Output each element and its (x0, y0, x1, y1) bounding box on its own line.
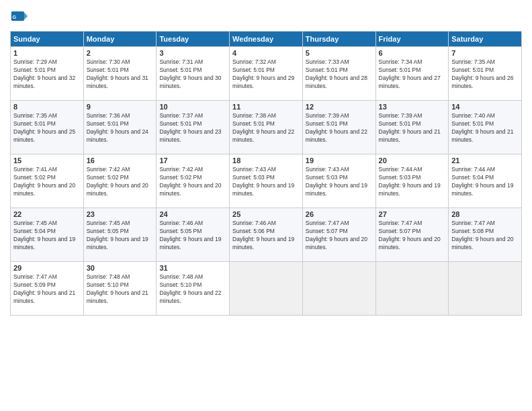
cell-info: Sunrise: 7:38 AMSunset: 5:01 PMDaylight:… (232, 112, 300, 144)
logo-icon: G (10, 7, 29, 26)
cell-info: Sunrise: 7:40 AMSunset: 5:01 PMDaylight:… (451, 112, 519, 144)
calendar-cell (302, 262, 375, 316)
weekday-header: Sunday (11, 32, 84, 47)
cell-info: Sunrise: 7:47 AMSunset: 5:07 PMDaylight:… (306, 220, 373, 252)
calendar-cell (449, 262, 522, 316)
cell-info: Sunrise: 7:36 AMSunset: 5:01 PMDaylight:… (87, 112, 154, 144)
cell-info: Sunrise: 7:46 AMSunset: 5:05 PMDaylight:… (159, 220, 226, 252)
day-number: 6 (379, 49, 446, 57)
calendar-week-row: 8Sunrise: 7:35 AMSunset: 5:01 PMDaylight… (11, 101, 522, 154)
header: G (10, 7, 522, 26)
calendar-cell: 7Sunrise: 7:35 AMSunset: 5:01 PMDaylight… (449, 47, 522, 101)
day-number: 1 (13, 49, 81, 57)
day-number: 15 (13, 156, 81, 165)
day-number: 12 (306, 103, 373, 111)
cell-info: Sunrise: 7:41 AMSunset: 5:02 PMDaylight:… (13, 166, 81, 198)
calendar-header: SundayMondayTuesdayWednesdayThursdayFrid… (11, 32, 522, 47)
logo: G (10, 7, 32, 26)
calendar-cell: 17Sunrise: 7:42 AMSunset: 5:02 PMDayligh… (157, 154, 230, 208)
cell-info: Sunrise: 7:42 AMSunset: 5:02 PMDaylight:… (87, 166, 154, 198)
cell-info: Sunrise: 7:35 AMSunset: 5:01 PMDaylight:… (451, 58, 519, 91)
calendar-cell: 23Sunrise: 7:45 AMSunset: 5:05 PMDayligh… (83, 208, 157, 262)
calendar-cell: 20Sunrise: 7:44 AMSunset: 5:03 PMDayligh… (375, 154, 449, 208)
calendar-cell: 30Sunrise: 7:48 AMSunset: 5:10 PMDayligh… (83, 262, 157, 316)
day-number: 2 (87, 49, 154, 57)
cell-info: Sunrise: 7:39 AMSunset: 5:01 PMDaylight:… (306, 112, 373, 144)
day-number: 5 (306, 49, 373, 57)
day-number: 20 (379, 156, 446, 165)
calendar-cell: 1Sunrise: 7:29 AMSunset: 5:01 PMDaylight… (11, 47, 84, 101)
cell-info: Sunrise: 7:45 AMSunset: 5:04 PMDaylight:… (13, 220, 81, 252)
calendar-cell: 29Sunrise: 7:47 AMSunset: 5:09 PMDayligh… (11, 262, 84, 316)
calendar-cell: 24Sunrise: 7:46 AMSunset: 5:05 PMDayligh… (157, 208, 230, 262)
cell-info: Sunrise: 7:35 AMSunset: 5:01 PMDaylight:… (13, 112, 81, 144)
calendar-cell: 16Sunrise: 7:42 AMSunset: 5:02 PMDayligh… (83, 154, 157, 208)
day-number: 19 (306, 156, 373, 165)
cell-info: Sunrise: 7:37 AMSunset: 5:01 PMDaylight:… (159, 112, 226, 144)
day-number: 31 (159, 264, 226, 272)
weekday-header: Thursday (302, 32, 375, 47)
cell-info: Sunrise: 7:43 AMSunset: 5:03 PMDaylight:… (306, 166, 373, 198)
calendar-cell: 4Sunrise: 7:32 AMSunset: 5:01 PMDaylight… (230, 47, 303, 101)
weekday-header: Tuesday (157, 32, 230, 47)
calendar-cell: 27Sunrise: 7:47 AMSunset: 5:07 PMDayligh… (375, 208, 449, 262)
weekday-header: Monday (83, 32, 157, 47)
calendar-cell: 8Sunrise: 7:35 AMSunset: 5:01 PMDaylight… (11, 101, 84, 154)
calendar-cell: 14Sunrise: 7:40 AMSunset: 5:01 PMDayligh… (449, 101, 522, 154)
cell-info: Sunrise: 7:46 AMSunset: 5:06 PMDaylight:… (232, 220, 300, 252)
cell-info: Sunrise: 7:42 AMSunset: 5:02 PMDaylight:… (159, 166, 226, 198)
day-number: 14 (451, 103, 519, 111)
day-number: 10 (159, 103, 226, 111)
calendar-week-row: 29Sunrise: 7:47 AMSunset: 5:09 PMDayligh… (11, 262, 522, 316)
cell-info: Sunrise: 7:44 AMSunset: 5:03 PMDaylight:… (379, 166, 446, 198)
calendar-cell: 21Sunrise: 7:44 AMSunset: 5:04 PMDayligh… (449, 154, 522, 208)
weekday-header: Wednesday (230, 32, 303, 47)
cell-info: Sunrise: 7:48 AMSunset: 5:10 PMDaylight:… (87, 273, 154, 306)
calendar-cell: 18Sunrise: 7:43 AMSunset: 5:03 PMDayligh… (230, 154, 303, 208)
calendar-cell: 22Sunrise: 7:45 AMSunset: 5:04 PMDayligh… (11, 208, 84, 262)
day-number: 21 (451, 156, 519, 165)
calendar-cell: 12Sunrise: 7:39 AMSunset: 5:01 PMDayligh… (302, 101, 375, 154)
day-number: 3 (159, 49, 226, 57)
calendar-cell: 13Sunrise: 7:39 AMSunset: 5:01 PMDayligh… (375, 101, 449, 154)
svg-marker-1 (24, 13, 28, 20)
calendar-cell: 15Sunrise: 7:41 AMSunset: 5:02 PMDayligh… (11, 154, 84, 208)
day-number: 4 (232, 49, 300, 57)
day-number: 30 (87, 264, 154, 272)
calendar-cell: 19Sunrise: 7:43 AMSunset: 5:03 PMDayligh… (302, 154, 375, 208)
weekday-header: Saturday (449, 32, 522, 47)
day-number: 7 (451, 49, 519, 57)
calendar-week-row: 22Sunrise: 7:45 AMSunset: 5:04 PMDayligh… (11, 208, 522, 262)
cell-info: Sunrise: 7:39 AMSunset: 5:01 PMDaylight:… (379, 112, 446, 144)
cell-info: Sunrise: 7:48 AMSunset: 5:10 PMDaylight:… (159, 273, 226, 306)
cell-info: Sunrise: 7:32 AMSunset: 5:01 PMDaylight:… (232, 58, 300, 91)
day-number: 26 (306, 210, 373, 218)
calendar-cell: 26Sunrise: 7:47 AMSunset: 5:07 PMDayligh… (302, 208, 375, 262)
day-number: 29 (13, 264, 81, 272)
calendar-week-row: 1Sunrise: 7:29 AMSunset: 5:01 PMDaylight… (11, 47, 522, 101)
cell-info: Sunrise: 7:47 AMSunset: 5:08 PMDaylight:… (451, 220, 519, 252)
calendar-cell: 5Sunrise: 7:33 AMSunset: 5:01 PMDaylight… (302, 47, 375, 101)
header-row: SundayMondayTuesdayWednesdayThursdayFrid… (11, 32, 522, 47)
cell-info: Sunrise: 7:34 AMSunset: 5:01 PMDaylight:… (379, 58, 446, 91)
day-number: 8 (13, 103, 81, 111)
calendar-cell: 10Sunrise: 7:37 AMSunset: 5:01 PMDayligh… (157, 101, 230, 154)
calendar-cell: 9Sunrise: 7:36 AMSunset: 5:01 PMDaylight… (83, 101, 157, 154)
day-number: 18 (232, 156, 300, 165)
calendar-cell (375, 262, 449, 316)
svg-text:G: G (13, 15, 17, 19)
cell-info: Sunrise: 7:31 AMSunset: 5:01 PMDaylight:… (159, 58, 226, 91)
day-number: 22 (13, 210, 81, 218)
day-number: 13 (379, 103, 446, 111)
day-number: 16 (87, 156, 154, 165)
calendar-cell: 25Sunrise: 7:46 AMSunset: 5:06 PMDayligh… (230, 208, 303, 262)
calendar-cell: 6Sunrise: 7:34 AMSunset: 5:01 PMDaylight… (375, 47, 449, 101)
calendar-cell (230, 262, 303, 316)
cell-info: Sunrise: 7:33 AMSunset: 5:01 PMDaylight:… (306, 58, 373, 91)
calendar-table: SundayMondayTuesdayWednesdayThursdayFrid… (10, 31, 522, 316)
calendar-body: 1Sunrise: 7:29 AMSunset: 5:01 PMDaylight… (11, 47, 522, 316)
day-number: 25 (232, 210, 300, 218)
cell-info: Sunrise: 7:45 AMSunset: 5:05 PMDaylight:… (87, 220, 154, 252)
day-number: 23 (87, 210, 154, 218)
cell-info: Sunrise: 7:47 AMSunset: 5:07 PMDaylight:… (379, 220, 446, 252)
